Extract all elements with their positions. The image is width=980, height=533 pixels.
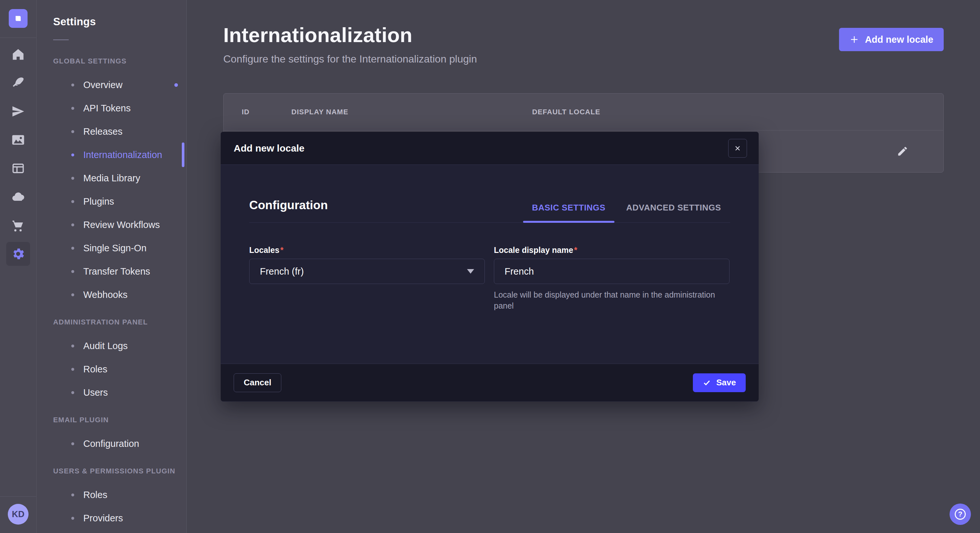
settings-tabs: BASIC SETTINGS ADVANCED SETTINGS — [523, 203, 730, 222]
display-name-field: Locale display name* Locale will be disp… — [494, 246, 730, 311]
pencil-edit-icon — [897, 145, 908, 157]
sidebar-item-up-roles[interactable]: Roles — [53, 483, 186, 506]
table-header-row: ID DISPLAY NAME DEFAULT LOCALE — [224, 94, 943, 130]
feather-icon[interactable] — [6, 71, 30, 95]
sidebar-item-email-configuration[interactable]: Configuration — [53, 432, 186, 455]
modal-footer: Cancel Save — [221, 364, 759, 401]
column-header-display-name: DISPLAY NAME — [291, 108, 532, 116]
section-label-global-settings: GLOBAL SETTINGS — [53, 57, 186, 65]
bullet-icon — [71, 130, 74, 133]
check-icon — [703, 379, 711, 387]
sidebar-item-releases[interactable]: Releases — [53, 120, 186, 143]
sidebar-item-api-tokens[interactable]: API Tokens — [53, 97, 186, 120]
sidebar-item-review-workflows[interactable]: Review Workflows — [53, 213, 186, 236]
rail-divider — [0, 38, 37, 38]
section-label-email-plugin: EMAIL PLUGIN — [53, 416, 186, 424]
edit-locale-button[interactable] — [896, 144, 910, 159]
sidebar-item-transfer-tokens[interactable]: Transfer Tokens — [53, 260, 186, 283]
bullet-icon — [71, 200, 74, 203]
column-header-default-locale: DEFAULT LOCALE — [532, 108, 600, 116]
bullet-icon — [71, 224, 74, 226]
bullet-icon — [71, 247, 74, 250]
display-name-label: Locale display name* — [494, 246, 730, 255]
cancel-button[interactable]: Cancel — [234, 373, 281, 392]
section-label-administration-panel: ADMINISTRATION PANEL — [53, 318, 186, 327]
close-button[interactable] — [728, 139, 747, 158]
modal-header: Add new locale — [221, 132, 759, 165]
content-manager-icon[interactable] — [6, 156, 30, 180]
close-x-icon — [734, 144, 741, 152]
bullet-icon — [71, 368, 74, 371]
modal-body: Configuration BASIC SETTINGS ADVANCED SE… — [221, 165, 759, 364]
home-icon[interactable] — [6, 43, 30, 67]
sidebar-item-audit-logs[interactable]: Audit Logs — [53, 334, 186, 357]
plus-icon — [850, 35, 859, 44]
cloud-icon[interactable] — [6, 185, 30, 209]
sidebar-item-admin-users[interactable]: Users — [53, 381, 186, 404]
bullet-icon — [71, 270, 74, 273]
locales-field: Locales* French (fr) — [249, 246, 485, 311]
send-icon[interactable] — [6, 99, 30, 124]
bullet-icon — [71, 177, 74, 180]
configuration-heading: Configuration — [249, 198, 328, 222]
page-subtitle: Configure the settings for the Internati… — [223, 53, 477, 65]
subnav-title-divider — [53, 40, 69, 40]
tab-advanced-settings[interactable]: ADVANCED SETTINGS — [617, 203, 730, 222]
sidebar-item-webhooks[interactable]: Webhooks — [53, 283, 186, 306]
marketplace-cart-icon[interactable] — [6, 213, 30, 237]
chevron-down-icon — [467, 269, 474, 274]
nav-rail: KD — [0, 0, 37, 533]
settings-gear-icon[interactable] — [6, 242, 30, 266]
page-title: Internationalization — [223, 23, 412, 47]
sidebar-item-media-library[interactable]: Media Library — [53, 167, 186, 190]
sidebar-item-up-providers[interactable]: Providers — [53, 506, 186, 530]
question-circle-icon: ? — [955, 509, 966, 520]
locales-label: Locales* — [249, 246, 485, 255]
add-locale-modal: Add new locale Configuration BASIC SETTI… — [221, 132, 759, 401]
user-avatar[interactable]: KD — [8, 504, 29, 525]
tab-basic-settings[interactable]: BASIC SETTINGS — [523, 203, 615, 222]
required-asterisk: * — [574, 246, 578, 254]
subnav-title: Settings — [53, 16, 186, 28]
rail-divider-bottom — [0, 497, 37, 497]
display-name-hint: Locale will be displayed under that name… — [494, 289, 718, 311]
bullet-icon — [71, 443, 74, 445]
strapi-logo[interactable] — [9, 9, 27, 28]
sidebar-item-single-sign-on[interactable]: Single Sign-On — [53, 236, 186, 260]
sidebar-item-overview[interactable]: Overview — [53, 73, 186, 97]
strapi-logo-icon — [13, 13, 24, 24]
bullet-icon — [71, 154, 74, 156]
bullet-icon — [71, 391, 74, 394]
display-name-input-wrapper — [494, 259, 730, 284]
notification-dot — [174, 83, 178, 87]
active-indicator-bar — [182, 143, 185, 167]
bullet-icon — [71, 493, 74, 497]
sidebar-item-admin-roles[interactable]: Roles — [53, 357, 186, 381]
bullet-icon — [71, 293, 74, 296]
bullet-icon — [71, 517, 74, 520]
help-button[interactable]: ? — [950, 503, 971, 525]
modal-title: Add new locale — [234, 143, 304, 154]
locales-select[interactable]: French (fr) — [249, 259, 485, 284]
sidebar-item-internationalization[interactable]: Internationalization — [53, 143, 186, 167]
settings-subnav: Settings GLOBAL SETTINGS Overview API To… — [37, 0, 187, 533]
sidebar-item-plugins[interactable]: Plugins — [53, 190, 186, 213]
section-label-users-permissions-plugin: USERS & PERMISSIONS PLUGIN — [53, 467, 186, 475]
bullet-icon — [71, 344, 74, 347]
add-new-locale-button[interactable]: Add new locale — [839, 28, 944, 51]
required-asterisk: * — [280, 246, 283, 254]
display-name-input[interactable] — [504, 266, 719, 277]
media-library-icon[interactable] — [6, 128, 30, 152]
column-header-id: ID — [242, 108, 291, 116]
bullet-icon — [71, 84, 74, 86]
bullet-icon — [71, 107, 74, 110]
save-button[interactable]: Save — [693, 373, 746, 392]
